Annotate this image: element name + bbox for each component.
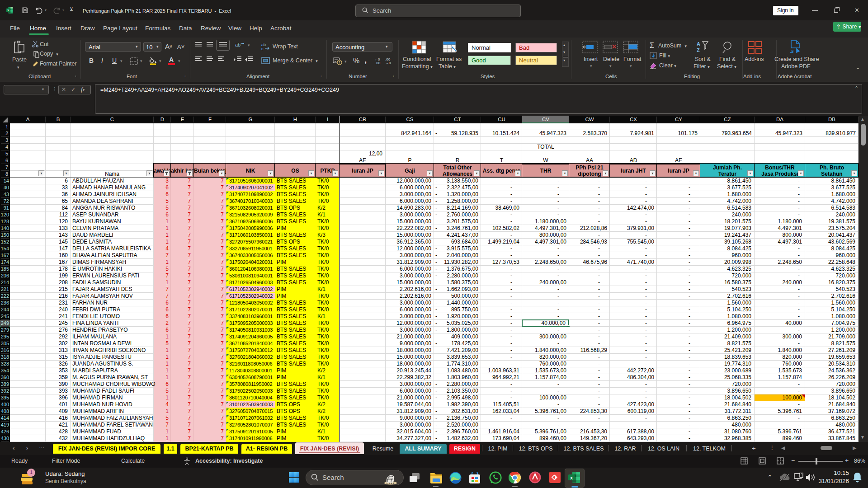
svg-text:.00: .00 [375, 61, 381, 65]
svg-text:c: c [261, 47, 264, 51]
svg-text:A: A [697, 41, 700, 47]
svg-text:→0: →0 [385, 61, 391, 65]
svg-text:Z: Z [697, 47, 700, 53]
svg-text:ab: ab [235, 42, 241, 47]
svg-text:x: x [570, 475, 573, 480]
svg-text:x: x [7, 9, 9, 12]
